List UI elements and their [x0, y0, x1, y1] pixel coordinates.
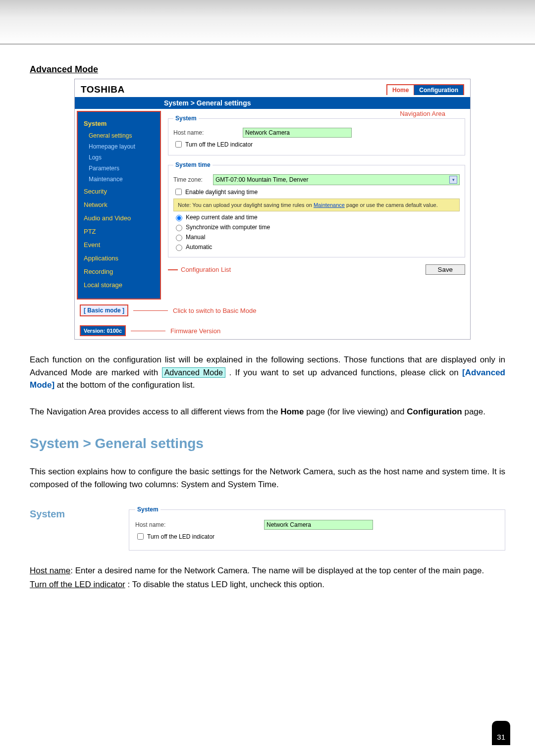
- system-time-fieldset: System time Time zone: GMT-07:00 Mountai…: [168, 161, 465, 257]
- radio-manual-label: Manual: [186, 234, 205, 241]
- breadcrumb: System > General settings: [75, 97, 470, 109]
- sidebar-item-security[interactable]: Security: [82, 185, 156, 198]
- paragraph-3: This section explains how to configure t…: [30, 465, 505, 491]
- ss2-legend: System: [135, 506, 160, 513]
- dst-note: Note: You can upload your daylight savin…: [173, 199, 460, 211]
- p1b: . If you want to set up advanced functio…: [229, 368, 462, 377]
- top-gradient: [0, 0, 535, 45]
- paragraph-4: Host name: Enter a desired name for the …: [30, 564, 505, 577]
- navigation-area-annotation: Navigation Area: [400, 110, 445, 117]
- tz-select[interactable]: GMT-07:00 Mountain Time, Denver ▾: [213, 174, 460, 185]
- p5a: : To disable the status LED light, unche…: [125, 580, 324, 589]
- sidebar-item-system[interactable]: System: [82, 117, 156, 130]
- basic-mode-button[interactable]: [ Basic mode ]: [80, 304, 128, 316]
- advanced-mode-tag: Advanced Mode: [162, 367, 225, 378]
- host-name-label: Host name:: [173, 129, 243, 136]
- ss2-led-checkbox[interactable]: [137, 533, 144, 540]
- p1c: at the bottom of the configuration list.: [57, 380, 195, 390]
- radio-auto-label: Automatic: [186, 244, 212, 251]
- systime-legend: System time: [173, 161, 213, 168]
- radio-sync-label: Synchronize with computer time: [186, 224, 270, 231]
- sidebar-sub-logs[interactable]: Logs: [82, 152, 156, 163]
- sidebar-item-audiovideo[interactable]: Audio and Video: [82, 211, 156, 225]
- config-ui-screenshot: TOSHIBA Home Configuration System > Gene…: [74, 79, 471, 340]
- main-panel: Navigation Area System Host name: Turn o…: [163, 109, 470, 302]
- dst-label: Enable daylight saving time: [185, 189, 258, 196]
- firmware-annotation: Firmware Version: [170, 327, 220, 335]
- tz-value: GMT-07:00 Mountain Time, Denver: [215, 176, 308, 183]
- heading-system-general: System > General settings: [30, 436, 505, 452]
- sidebar-sub-general[interactable]: General settings: [82, 130, 156, 141]
- sidebar-item-applications[interactable]: Applications: [82, 252, 156, 265]
- tab-home[interactable]: Home: [387, 85, 414, 95]
- nav-tabs: Home Configuration: [386, 84, 464, 95]
- sidebar: System General settings Homepage layout …: [77, 111, 161, 300]
- annotation-line-icon: [168, 269, 178, 270]
- sidebar-sub-maintenance[interactable]: Maintenance: [82, 174, 156, 185]
- chevron-down-icon: ▾: [449, 176, 457, 184]
- sidebar-sub-homepage[interactable]: Homepage layout: [82, 141, 156, 152]
- p2-conf: Configuration: [407, 407, 462, 416]
- ss2-host-input[interactable]: [264, 520, 373, 530]
- annotation-line-icon: [133, 310, 168, 311]
- page-number: 31: [492, 721, 510, 745]
- sidebar-item-network[interactable]: Network: [82, 198, 156, 211]
- sidebar-sub-parameters[interactable]: Parameters: [82, 163, 156, 174]
- sidebar-item-event[interactable]: Event: [82, 238, 156, 252]
- system-fieldset-small: System Host name: Turn off the LED indic…: [129, 506, 505, 551]
- radio-auto[interactable]: [176, 245, 182, 251]
- paragraph-2: The Navigation Area provides access to a…: [30, 405, 505, 418]
- paragraph-5: Turn off the LED indicator : To disable …: [30, 578, 505, 591]
- hostname-term: Host name: [30, 566, 70, 575]
- led-checkbox[interactable]: [175, 141, 182, 148]
- p4a: : Enter a desired name for the Network C…: [70, 566, 484, 575]
- version-badge: Version: 0100c: [80, 325, 126, 336]
- annotation-line-icon: [131, 331, 165, 331]
- p2c: page.: [462, 407, 485, 416]
- system-legend: System: [173, 115, 199, 122]
- brand-logo: TOSHIBA: [81, 84, 125, 95]
- ss2-led-label: Turn off the LED indicator: [147, 533, 214, 540]
- sidebar-item-localstorage[interactable]: Local storage: [82, 278, 156, 292]
- radio-keep-label: Keep current date and time: [186, 214, 258, 221]
- sidebar-item-ptz[interactable]: PTZ: [82, 225, 156, 238]
- maintenance-link[interactable]: Maintenance: [314, 202, 345, 208]
- system-fieldset: System Host name: Turn off the LED indic…: [168, 115, 465, 155]
- note-pre: Note: You can upload your daylight savin…: [178, 202, 314, 208]
- heading-system: System: [30, 508, 65, 520]
- host-name-input[interactable]: [243, 128, 352, 138]
- led-term: Turn off the LED indicator: [30, 580, 125, 589]
- ss2-host-label: Host name:: [135, 521, 205, 528]
- save-button[interactable]: Save: [426, 264, 465, 275]
- paragraph-1: Each function on the configuration list …: [30, 353, 505, 392]
- p2b: page (for live viewing) and: [304, 407, 407, 416]
- radio-sync[interactable]: [176, 225, 182, 231]
- led-label: Turn off the LED indicator: [185, 141, 253, 148]
- note-post: page or use the camera default value.: [345, 202, 438, 208]
- p2a: The Navigation Area provides access to a…: [30, 407, 280, 416]
- sidebar-item-recording[interactable]: Recording: [82, 265, 156, 278]
- basic-mode-annotation: Click to switch to Basic Mode: [173, 307, 256, 314]
- dst-checkbox[interactable]: [175, 189, 182, 195]
- radio-manual[interactable]: [176, 235, 182, 241]
- section-heading: Advanced Mode: [30, 64, 505, 75]
- tab-configuration[interactable]: Configuration: [414, 85, 463, 95]
- p2-home: Home: [280, 407, 304, 416]
- radio-keep[interactable]: [176, 215, 182, 221]
- tz-label: Time zone:: [173, 176, 213, 183]
- config-list-annotation: Configuration List: [181, 266, 231, 273]
